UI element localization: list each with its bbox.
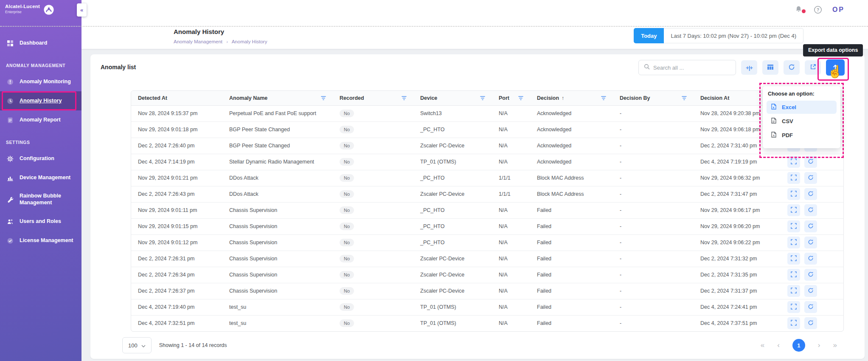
retry-row-button[interactable] (804, 188, 817, 200)
expand-row-button[interactable] (787, 317, 800, 329)
column-header-port[interactable]: Port (492, 91, 530, 105)
cell-decision-by: - (613, 154, 694, 170)
table-row[interactable]: Dec 2, 2024 7:26:40 pm BGP Peer State Ch… (131, 138, 843, 154)
export-option-csv[interactable]: CSV (767, 115, 837, 128)
sidebar-item-anomaly-report[interactable]: Anomaly Report (0, 110, 81, 130)
cell-recorded: No (333, 283, 413, 299)
cell-port: N/A (492, 138, 530, 154)
date-range-picker[interactable]: Last 7 Days: 10:02 pm (Nov 27) - 10:02 p… (664, 28, 803, 43)
retry-row-button[interactable] (804, 237, 817, 248)
table-row[interactable]: Dec 2, 2024 7:26:34 pm Chassis Supervisi… (131, 267, 843, 283)
sort-ascending-icon[interactable]: ↑ (562, 95, 564, 101)
search-icon (644, 64, 650, 71)
open-in-new-icon (810, 64, 816, 71)
expand-icon (791, 207, 797, 214)
column-header-decision-by[interactable]: Decision By (613, 91, 694, 105)
table-body: Nov 28, 2024 9:15:37 pm Perpetual PoE an… (131, 105, 843, 331)
table-row[interactable]: Dec 2, 2024 7:26:43 pm DDos Attack No Zs… (131, 186, 843, 202)
profile-avatar[interactable]: OP (832, 6, 845, 14)
breadcrumb-parent[interactable]: Anomaly Management (174, 39, 222, 44)
sidebar-item-configuration[interactable]: Configuration (0, 149, 81, 168)
table-row[interactable]: Nov 28, 2024 9:15:37 pm Perpetual PoE an… (131, 105, 843, 121)
search-input[interactable] (653, 65, 730, 71)
table-row[interactable]: Nov 29, 2024 9:01:12 pm Chassis Supervis… (131, 234, 843, 251)
refresh-button[interactable] (784, 60, 800, 75)
table-row[interactable]: Nov 29, 2024 9:01:18 pm BGP Peer State C… (131, 121, 843, 138)
expand-row-button[interactable] (787, 188, 800, 200)
export-button[interactable] (826, 59, 845, 76)
table-row[interactable]: Dec 2, 2024 7:26:37 pm Chassis Supervisi… (131, 283, 843, 299)
cell-port: N/A (492, 218, 530, 234)
filter-icon[interactable] (682, 96, 687, 100)
sidebar-item-label: License Management (20, 237, 73, 244)
cell-device: Zscaler PC-Device (413, 267, 492, 283)
filter-icon[interactable] (402, 96, 407, 100)
expand-row-button[interactable] (787, 204, 800, 216)
export-option-pdf[interactable]: A PDF (767, 129, 837, 142)
expand-row-button[interactable] (787, 269, 800, 281)
cell-decision-by: - (613, 251, 694, 267)
table-row[interactable]: Dec 4, 2024 7:14:19 pm Stellar Dynamic R… (131, 154, 843, 170)
retry-row-button[interactable] (804, 301, 817, 313)
expand-row-button[interactable] (787, 237, 800, 248)
refresh-icon (808, 191, 814, 198)
retry-row-button[interactable] (804, 317, 817, 329)
column-header-recorded[interactable]: Recorded (333, 91, 413, 105)
expand-row-button[interactable] (787, 253, 800, 265)
column-settings-button[interactable] (762, 60, 778, 75)
cell-device: Zscaler PC-Device (413, 251, 492, 267)
column-header-device[interactable]: Device (413, 91, 492, 105)
sidebar-item-users-and-roles[interactable]: Users and Roles (0, 212, 81, 231)
next-page-button[interactable]: › (818, 341, 820, 350)
recorded-badge: No (340, 271, 354, 279)
expand-row-button[interactable] (787, 301, 800, 313)
expand-row-button[interactable] (787, 172, 800, 184)
cell-port: N/A (492, 315, 530, 331)
open-in-new-button[interactable] (805, 60, 821, 75)
retry-row-button[interactable] (804, 285, 817, 297)
sidebar-item-dashboard[interactable]: Dashboard (0, 34, 81, 53)
sidebar-item-anomaly-history[interactable]: Anomaly History (0, 91, 81, 110)
page-size-select[interactable]: 100 (122, 337, 152, 353)
filter-icon[interactable] (601, 96, 606, 100)
table-row[interactable]: Nov 29, 2024 9:01:15 pm Chassis Supervis… (131, 218, 843, 234)
retry-row-button[interactable] (804, 220, 817, 232)
filter-icon[interactable] (518, 96, 523, 100)
notifications-button[interactable] (795, 6, 803, 14)
table-row[interactable]: Dec 2, 2024 7:26:31 pm Chassis Supervisi… (131, 251, 843, 267)
previous-page-button[interactable]: ‹ (777, 341, 780, 350)
last-page-button[interactable]: » (833, 341, 837, 350)
table-row[interactable]: Dec 4, 2024 7:32:51 pm test_su No TP_01 … (131, 315, 843, 331)
sidebar-item-anomaly-monitoring[interactable]: Anomaly Monitoring (0, 72, 81, 91)
help-button[interactable]: ? (814, 6, 822, 14)
table-row[interactable]: Nov 29, 2024 9:01:21 pm DDos Attack No _… (131, 170, 843, 186)
anomaly-list-panel: Anomaly list +|+ (90, 54, 865, 359)
cell-detected-at: Nov 29, 2024 9:01:12 pm (131, 234, 222, 251)
expand-row-button[interactable] (787, 156, 800, 168)
table-row[interactable]: Dec 4, 2024 7:19:40 pm test_su No TP_01 … (131, 299, 843, 315)
today-button[interactable]: Today (634, 28, 664, 43)
retry-row-button[interactable] (804, 172, 817, 184)
column-header-decision[interactable]: Decision ↑ (530, 91, 613, 105)
column-header-detected-at[interactable]: Detected At (131, 91, 222, 105)
filter-icon[interactable] (321, 96, 326, 100)
sidebar-item-rainbow-bubble-management[interactable]: Rainbow Bubble Management (0, 187, 81, 212)
expand-row-button[interactable] (787, 285, 800, 297)
sidebar-collapse-button[interactable]: « (77, 3, 87, 17)
table-row[interactable]: Nov 29, 2024 9:01:11 pm Chassis Supervis… (131, 202, 843, 218)
column-header-anomaly-name[interactable]: Anomaly Name (222, 91, 333, 105)
retry-row-button[interactable] (804, 156, 817, 168)
filter-icon[interactable] (480, 96, 485, 100)
cell-decision: Block MAC Address (530, 170, 613, 186)
fit-columns-button[interactable]: +|+ (741, 60, 757, 75)
refresh-icon (808, 223, 814, 230)
export-option-excel[interactable]: Excel (767, 101, 837, 114)
expand-row-button[interactable] (787, 220, 800, 232)
retry-row-button[interactable] (804, 253, 817, 265)
retry-row-button[interactable] (804, 204, 817, 216)
first-page-button[interactable]: « (761, 341, 764, 350)
sidebar-item-device-management[interactable]: Device Management (0, 168, 81, 187)
sidebar-item-license-management[interactable]: License Management (0, 231, 81, 250)
current-page-button[interactable]: 1 (792, 339, 805, 352)
retry-row-button[interactable] (804, 269, 817, 281)
